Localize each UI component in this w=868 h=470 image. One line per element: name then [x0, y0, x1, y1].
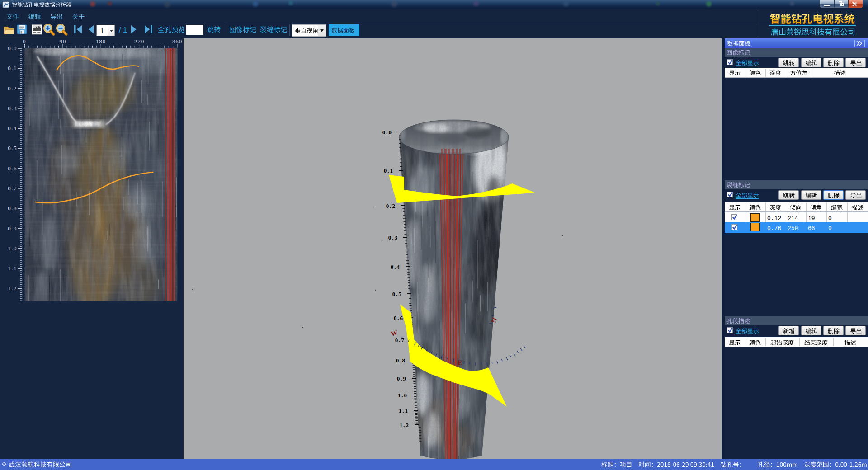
svg-text:W: W	[390, 329, 399, 338]
svg-text:0.4: 0.4	[391, 263, 401, 270]
svg-text:0.4: 0.4	[8, 125, 17, 132]
svg-text:1.0: 1.0	[398, 392, 408, 399]
svg-text:1: 1	[100, 27, 104, 34]
svg-text:0.3: 0.3	[388, 234, 398, 241]
svg-text:180: 180	[96, 38, 106, 45]
svg-text:0.8: 0.8	[396, 357, 406, 364]
svg-text:1.2: 1.2	[400, 422, 410, 428]
svg-text:0.9: 0.9	[397, 375, 407, 382]
svg-text:0.2: 0.2	[8, 85, 17, 92]
svg-text:360: 360	[172, 38, 183, 45]
svg-text:270: 270	[134, 38, 145, 45]
svg-text:1.0: 1.0	[8, 245, 17, 252]
svg-text:0.2: 0.2	[386, 202, 396, 209]
svg-text:0.6: 0.6	[8, 165, 17, 172]
svg-text:0.0: 0.0	[382, 129, 392, 136]
svg-text:0.0: 0.0	[8, 45, 17, 52]
svg-text:90: 90	[60, 38, 66, 45]
svg-text:0.7: 0.7	[395, 337, 405, 343]
svg-text:E: E	[458, 359, 462, 367]
svg-text:0.3: 0.3	[8, 105, 17, 112]
svg-text:0.1: 0.1	[8, 65, 17, 71]
svg-text:0.9: 0.9	[8, 225, 17, 232]
svg-text:0.5: 0.5	[392, 291, 402, 297]
svg-text:/ 1: / 1	[119, 26, 127, 34]
svg-text:0.8: 0.8	[8, 205, 17, 212]
svg-text:0.6: 0.6	[394, 315, 404, 321]
svg-text:0: 0	[23, 38, 26, 45]
svg-text:0.5: 0.5	[8, 145, 17, 151]
svg-text:0.7: 0.7	[8, 185, 17, 192]
svg-text:1.1: 1.1	[399, 407, 409, 414]
svg-text:0.1: 0.1	[384, 167, 394, 174]
svg-text:1.1: 1.1	[8, 265, 17, 272]
svg-text:1.2: 1.2	[8, 285, 17, 291]
